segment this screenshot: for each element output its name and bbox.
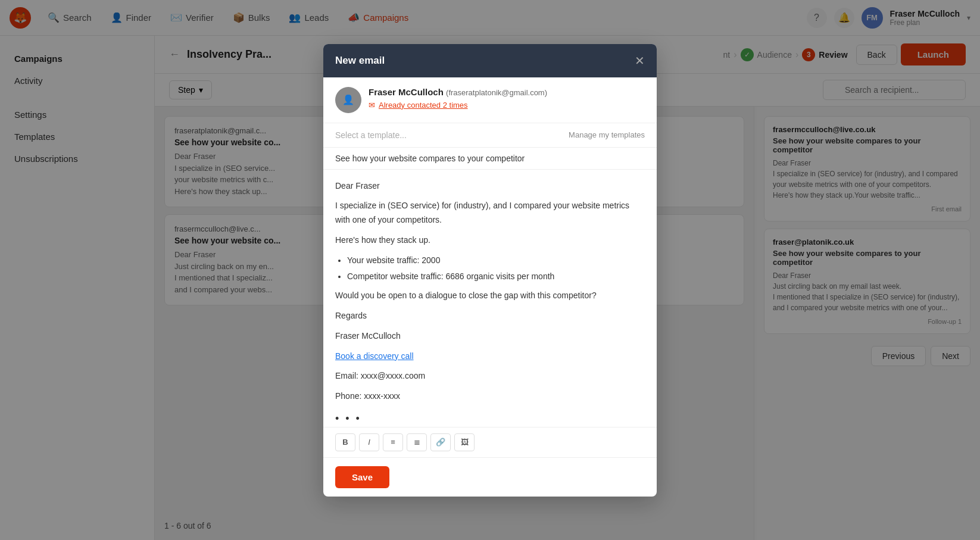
body-link: Book a discovery call: [335, 349, 645, 364]
modal-header: New email ✕: [323, 44, 657, 77]
body-phone-line: Phone: xxxx-xxxx: [335, 389, 645, 404]
template-select[interactable]: Select a template...: [335, 130, 407, 140]
body-dots: • • •: [335, 410, 645, 426]
contact-avatar: 👤: [335, 87, 361, 113]
italic-button[interactable]: I: [359, 433, 379, 451]
body-para2: Here's how they stack up.: [335, 233, 645, 248]
image-button[interactable]: 🖼: [454, 433, 475, 451]
discovery-call-link[interactable]: Book a discovery call: [335, 351, 414, 361]
body-email-line: Email: xxxx@xxxx.coom: [335, 369, 645, 383]
modal-close-button[interactable]: ✕: [635, 55, 645, 67]
body-greeting: Dear Fraser: [335, 179, 645, 193]
ordered-list-button[interactable]: ≣: [407, 433, 427, 451]
body-bullet2: Competitor website traffic: 6686 organic…: [347, 270, 645, 284]
body-bullet1: Your website traffic: 2000: [347, 254, 645, 268]
modal-toolbar: B I ≡ ≣ 🔗 🖼: [323, 427, 657, 457]
envelope-icon: ✉: [369, 101, 375, 110]
modal-footer: Save: [323, 457, 657, 497]
body-signature: Fraser McCulloch: [335, 329, 645, 344]
body-para3: Would you be open to a dialogue to close…: [335, 289, 645, 303]
modal-subject: See how your website compares to your co…: [323, 148, 657, 170]
manage-templates-link[interactable]: Manage my templates: [569, 130, 645, 139]
modal-title: New email: [335, 55, 385, 67]
modal-body: Dear Fraser I specialize in (SEO service…: [323, 170, 657, 427]
body-list: Your website traffic: 2000 Competitor we…: [347, 254, 645, 285]
unordered-list-button[interactable]: ≡: [383, 433, 403, 451]
contact-name: Fraser McCulloch (fraseratplatonik@gmail…: [369, 87, 547, 97]
body-regards: Regards: [335, 309, 645, 323]
link-button[interactable]: 🔗: [430, 433, 451, 451]
modal-template-bar: Select a template... Manage my templates: [323, 123, 657, 148]
body-para1: I specialize in (SEO service) for (indus…: [335, 199, 645, 227]
contact-details: Fraser McCulloch (fraseratplatonik@gmail…: [369, 87, 547, 110]
new-email-modal: New email ✕ 👤 Fraser McCulloch (fraserat…: [323, 44, 657, 497]
bold-button[interactable]: B: [335, 433, 355, 451]
modal-overlay[interactable]: New email ✕ 👤 Fraser McCulloch (fraserat…: [0, 0, 980, 540]
contact-contacted-link[interactable]: ✉ Already contacted 2 times: [369, 101, 547, 110]
modal-contact: 👤 Fraser McCulloch (fraseratplatonik@gma…: [323, 77, 657, 123]
save-button[interactable]: Save: [335, 466, 389, 488]
